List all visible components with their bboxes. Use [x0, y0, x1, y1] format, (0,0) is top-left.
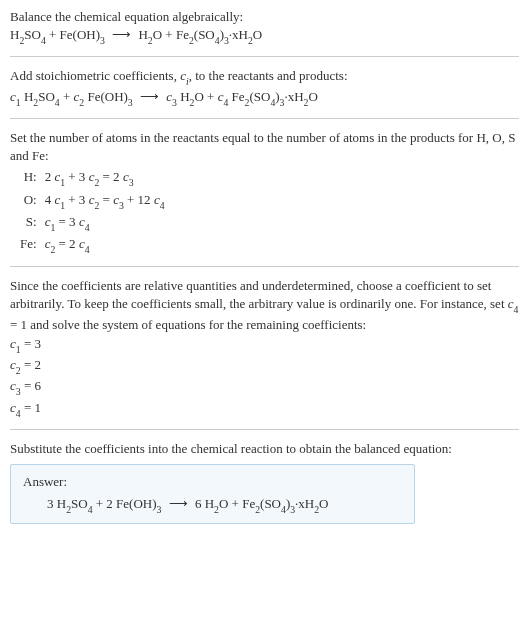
coeff-c2: c2 = 2 [10, 356, 519, 376]
eq-s: c1 = 3 c4 [43, 212, 171, 234]
eq-row-fe: Fe: c2 = 2 c4 [18, 234, 171, 256]
section-add-coefficients: Add stoichiometric coefficients, ci, to … [10, 67, 519, 107]
reaction-arrow: ⟶ [140, 88, 159, 106]
eq-label-s: S: [18, 212, 43, 234]
section-atom-equations: Set the number of atoms in the reactants… [10, 129, 519, 256]
divider [10, 266, 519, 267]
coeff-c4: c4 = 1 [10, 399, 519, 419]
product-fe2so43: O + Fe2(SO4)3·xH2O [153, 27, 263, 42]
eq-row-s: S: c1 = 3 c4 [18, 212, 171, 234]
divider [10, 56, 519, 57]
eq-row-h: H: 2 c1 + 3 c2 = 2 c3 [18, 167, 171, 189]
eq-row-o: O: 4 c1 + 3 c2 = c3 + 12 c4 [18, 190, 171, 212]
section-solve-coefficients: Since the coefficients are relative quan… [10, 277, 519, 419]
divider [10, 118, 519, 119]
coefficient-equation: c1 H2SO4 + c2 Fe(OH)3 ⟶ c3 H2O + c4 Fe2(… [10, 88, 519, 108]
substitute-text: Substitute the coefficients into the che… [10, 440, 519, 458]
intro-text: Balance the chemical equation algebraica… [10, 8, 519, 26]
eq-fe: c2 = 2 c4 [43, 234, 171, 256]
balanced-equation: 3 H2SO4 + 2 Fe(OH)3 ⟶ 6 H2O + Fe2(SO4)3·… [23, 495, 402, 515]
reaction-arrow: ⟶ [169, 495, 188, 513]
coefficient-solutions: c1 = 3 c2 = 2 c3 = 6 c4 = 1 [10, 335, 519, 419]
atom-equations-table: H: 2 c1 + 3 c2 = 2 c3 O: 4 c1 + 3 c2 = c… [18, 167, 171, 256]
product-h2o: H2 [138, 27, 152, 42]
coeff-c1: c1 = 3 [10, 335, 519, 355]
add-coeff-text: Add stoichiometric coefficients, ci, to … [10, 67, 519, 87]
answer-box: Answer: 3 H2SO4 + 2 Fe(OH)3 ⟶ 6 H2O + Fe… [10, 464, 415, 524]
eq-label-o: O: [18, 190, 43, 212]
unbalanced-equation: H2SO4 + Fe(OH)3 ⟶ H2O + Fe2(SO4)3·xH2O [10, 26, 519, 46]
answer-label: Answer: [23, 473, 402, 491]
reactant-h2so4: H2SO4 [10, 27, 46, 42]
coeff-c3: c3 = 6 [10, 377, 519, 397]
solve-text: Since the coefficients are relative quan… [10, 277, 519, 334]
eq-o: 4 c1 + 3 c2 = c3 + 12 c4 [43, 190, 171, 212]
atom-eq-text: Set the number of atoms in the reactants… [10, 129, 519, 165]
section-balance-intro: Balance the chemical equation algebraica… [10, 8, 519, 46]
reaction-arrow: ⟶ [112, 26, 131, 44]
divider [10, 429, 519, 430]
eq-label-h: H: [18, 167, 43, 189]
eq-h: 2 c1 + 3 c2 = 2 c3 [43, 167, 171, 189]
reactant-feoh3: + Fe(OH)3 [46, 27, 105, 42]
eq-label-fe: Fe: [18, 234, 43, 256]
section-final-answer: Substitute the coefficients into the che… [10, 440, 519, 525]
